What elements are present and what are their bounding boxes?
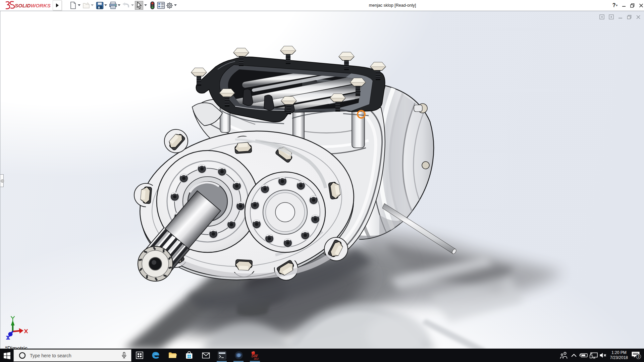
svg-text:SOLIDWORKS: SOLIDWORKS [15,2,51,8]
svg-text:2017: 2017 [254,358,259,360]
